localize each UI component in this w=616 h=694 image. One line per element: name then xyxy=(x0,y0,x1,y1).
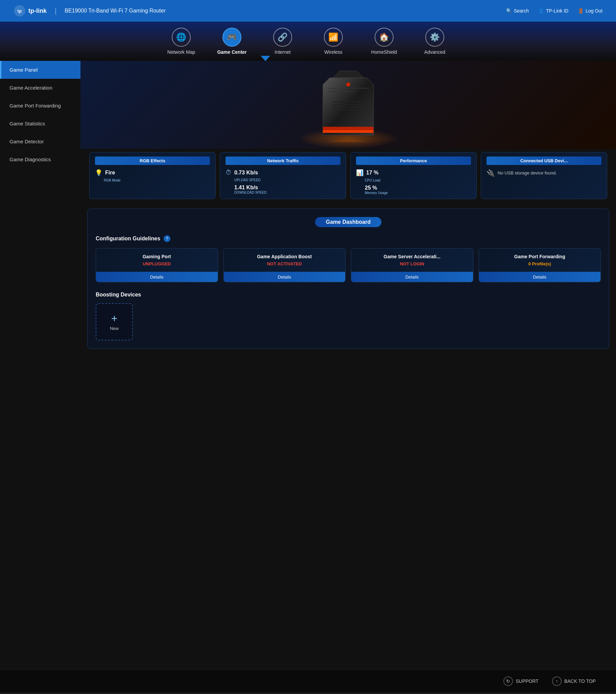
svg-rect-4 xyxy=(328,88,368,89)
nav-label-network-map: Network Map xyxy=(167,49,195,55)
content-spacer xyxy=(80,358,616,669)
upload-label: UPLOAD SPEED xyxy=(234,178,341,182)
server-accel-details-button[interactable]: Details xyxy=(405,274,419,279)
logo: tp tp-link xyxy=(14,5,47,17)
sidebar-item-game-port-forwarding[interactable]: Game Port Forwarding xyxy=(0,97,80,115)
dashboard-title-text: Game Dashboard xyxy=(315,217,381,227)
config-card-server-accel-body: Game Server Accelerati... NOT LOGIN xyxy=(378,249,446,272)
router-image xyxy=(320,68,377,142)
back-to-top-button[interactable]: ↑ BACK TO TOP xyxy=(552,676,596,686)
svg-rect-9 xyxy=(333,102,363,103)
svg-rect-5 xyxy=(328,91,355,92)
stat-card-usb: Connected USB Devi... 🔌 No USB storage d… xyxy=(481,152,607,199)
config-card-app-boost: Game Application Boost NOT ACTIVATED Det… xyxy=(223,248,346,282)
search-button[interactable]: 🔍 Search xyxy=(506,8,529,14)
app-boost-details-button[interactable]: Details xyxy=(277,274,291,279)
support-label: SUPPORT xyxy=(515,678,538,684)
nav-bar: 🌐 Network Map 🎮 Game Center 🔗 Internet 📶… xyxy=(0,22,616,61)
memory-value: 25 % xyxy=(365,185,471,191)
svg-rect-12 xyxy=(333,110,363,111)
nav-item-advanced[interactable]: ⚙️ Advanced xyxy=(420,28,450,61)
help-icon[interactable]: ? xyxy=(164,235,170,242)
performance-icon: 📊 xyxy=(356,169,363,177)
nav-icon-wireless: 📶 xyxy=(324,28,343,47)
rgb-mode-label: RGB Mode xyxy=(104,179,210,182)
usb-message: No USB storage device found. xyxy=(498,170,557,176)
network-icon: ⏱ xyxy=(225,169,232,176)
main-layout: Game Panel Game Acceleration Game Port F… xyxy=(0,61,616,669)
stat-card-network: Network Traffic ⏱ 0.73 Kb/s UPLOAD SPEED… xyxy=(220,152,346,199)
config-guidelines-header: Configuration Guidelines ? xyxy=(96,235,601,242)
nav-label-wireless: Wireless xyxy=(324,49,343,55)
sidebar-item-game-panel[interactable]: Game Panel xyxy=(0,61,80,79)
port-fwd-details-button[interactable]: Details xyxy=(533,274,546,279)
back-to-top-label: BACK TO TOP xyxy=(564,678,596,684)
boosting-devices-title: Boosting Devices xyxy=(96,292,601,298)
sidebar-item-game-detector[interactable]: Game Detector xyxy=(0,132,80,150)
nav-active-arrow xyxy=(261,56,270,61)
gaming-port-status: UNPLUGGED xyxy=(143,261,171,267)
new-device-card[interactable]: + New xyxy=(96,303,133,341)
nav-label-advanced: Advanced xyxy=(424,49,445,55)
support-button[interactable]: ↻ SUPPORT xyxy=(503,676,538,686)
port-fwd-footer: Details xyxy=(479,272,601,282)
config-card-port-fwd: Game Port Forwarding 0 Profile(s) Detail… xyxy=(479,248,601,282)
nav-item-network-map[interactable]: 🌐 Network Map xyxy=(166,28,196,61)
nav-icon-homeshield: 🏠 xyxy=(375,28,394,47)
nav-item-game-center[interactable]: 🎮 Game Center xyxy=(217,28,247,61)
app-boost-footer: Details xyxy=(224,272,346,282)
upload-value: 0.73 Kb/s xyxy=(234,170,258,176)
back-to-top-icon: ↑ xyxy=(552,676,562,686)
config-cards: Gaming Port UNPLUGGED Details Game Appli… xyxy=(96,248,601,282)
svg-rect-7 xyxy=(323,130,374,133)
header-left: tp tp-link | BE19000 Tri-Band Wi-Fi 7 Ga… xyxy=(14,5,166,17)
stat-card-network-header: Network Traffic xyxy=(225,157,341,165)
gaming-port-footer: Details xyxy=(96,272,218,282)
download-label: DOWNLOAD SPEED xyxy=(234,191,341,194)
header: tp tp-link | BE19000 Tri-Band Wi-Fi 7 Ga… xyxy=(0,0,616,22)
sidebar-item-game-acceleration[interactable]: Game Acceleration xyxy=(0,79,80,97)
nav-item-internet[interactable]: 🔗 Internet xyxy=(268,28,298,61)
stat-card-performance-header: Performance xyxy=(356,157,471,165)
stat-card-performance: Performance 📊 17 % CPU Load 25 % Memory … xyxy=(350,152,477,199)
nav-label-internet: Internet xyxy=(274,49,290,55)
nav-icon-network-map: 🌐 xyxy=(172,28,191,47)
nav-icon-game-center: 🎮 xyxy=(222,28,241,47)
nav-item-wireless[interactable]: 📶 Wireless xyxy=(318,28,348,61)
svg-text:tp: tp xyxy=(18,8,22,14)
account-label: TP-Link ID xyxy=(546,8,568,14)
memory-label: Memory Usage xyxy=(365,191,471,195)
gaming-port-details-button[interactable]: Details xyxy=(150,274,164,279)
usb-row: 🔌 No USB storage device found. xyxy=(487,169,601,177)
nav-icon-internet: 🔗 xyxy=(273,28,292,47)
config-guidelines-label: Configuration Guidelines xyxy=(96,236,160,242)
port-fwd-name: Game Port Forwarding xyxy=(514,254,565,259)
support-icon: ↻ xyxy=(503,676,513,686)
rgb-mode-row: 💡 Fire xyxy=(95,169,210,177)
tp-link-logo-icon: tp xyxy=(14,5,26,17)
config-card-port-fwd-body: Game Port Forwarding 0 Profile(s) xyxy=(509,249,571,272)
svg-point-13 xyxy=(346,83,350,87)
svg-marker-8 xyxy=(333,71,363,78)
sidebar-item-game-statistics[interactable]: Game Statistics xyxy=(0,115,80,132)
account-button[interactable]: 👤 TP-Link ID xyxy=(538,8,568,14)
server-accel-name: Game Server Accelerati... xyxy=(384,254,440,259)
game-dashboard: Game Dashboard Configuration Guidelines … xyxy=(87,208,609,349)
download-value: 1.41 Kb/s xyxy=(234,185,341,191)
app-boost-status: NOT ACTIVATED xyxy=(257,261,312,267)
new-device-label: New xyxy=(110,326,119,331)
sidebar-item-game-diagnostics[interactable]: Game Diagnostics xyxy=(0,150,80,168)
logout-button[interactable]: 🚪 Log Out xyxy=(578,8,602,14)
network-upload-row: ⏱ 0.73 Kb/s xyxy=(225,169,341,176)
stats-row: RGB Effects 💡 Fire RGB Mode Network Traf… xyxy=(80,152,616,199)
rgb-mode-value: Fire xyxy=(105,170,115,176)
header-divider: | xyxy=(55,7,56,15)
nav-item-homeshield[interactable]: 🏠 HomeShield xyxy=(369,28,399,61)
config-card-gaming-port-body: Gaming Port UNPLUGGED xyxy=(137,249,177,272)
server-accel-footer: Details xyxy=(351,272,473,282)
svg-rect-10 xyxy=(333,104,363,105)
app-boost-name: Game Application Boost xyxy=(257,254,312,259)
usb-icon: 🔌 xyxy=(487,169,495,177)
logout-label: Log Out xyxy=(585,8,602,14)
footer: ↻ SUPPORT ↑ BACK TO TOP xyxy=(0,669,616,693)
